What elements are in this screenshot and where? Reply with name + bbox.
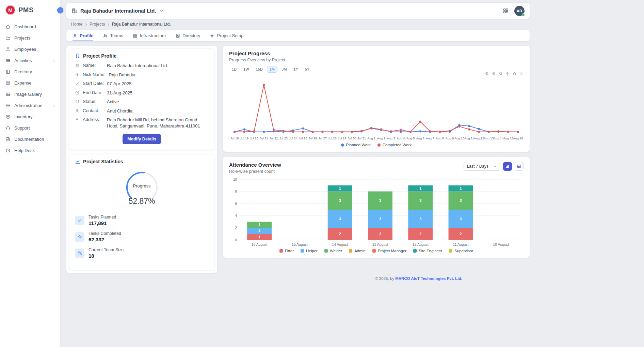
app-name: PMS (18, 6, 34, 14)
tab-profile[interactable]: Profile (73, 30, 93, 41)
legend-admin[interactable]: Admin (349, 249, 366, 253)
gauge-label: Progress (120, 183, 164, 188)
tab-infrastructure[interactable]: Infrastructure (133, 30, 166, 41)
svg-text:Jul 27: Jul 27 (318, 137, 327, 140)
range-select[interactable]: Last 7 Days (464, 162, 500, 171)
sidebar-item-employees[interactable]: Employees (0, 44, 60, 55)
menu-icon[interactable] (519, 72, 524, 76)
svg-text:Aug 10: Aug 10 (454, 137, 464, 140)
tab-teams[interactable]: Teams (103, 30, 123, 41)
sidebar-item-projects[interactable]: Projects (0, 32, 60, 44)
sidebar-item-label: Activities (14, 58, 32, 63)
bookmark-icon (75, 53, 80, 59)
range-5y[interactable]: 5Y (302, 66, 312, 73)
card-subtitle: Role-wise present count (229, 169, 281, 174)
range-1d[interactable]: 1D (229, 66, 239, 73)
help-circle-icon (5, 148, 11, 153)
range-1y[interactable]: 1Y (291, 66, 301, 73)
company-selector[interactable]: Raja Bahadur International Ltd. (71, 8, 164, 14)
svg-text:1: 1 (258, 229, 260, 233)
legend-helper[interactable]: Helper (301, 249, 318, 253)
sidebar-item-label: Inventory (14, 114, 32, 119)
legend-planned-work[interactable]: Planned Work (341, 143, 371, 147)
range-3m[interactable]: 3M (279, 66, 289, 73)
sidebar-collapse-button[interactable]: ‹ (57, 7, 63, 13)
breadcrumb-home[interactable]: Home (71, 22, 82, 27)
sidebar-item-documentation[interactable]: Documentation (0, 134, 60, 145)
legend-fitter[interactable]: Fitter (279, 249, 294, 253)
range-1w[interactable]: 1W (241, 66, 252, 73)
bar-chart-legend: FitterHelperWelderAdminProject ManagerSi… (229, 249, 524, 254)
zoom-in-icon[interactable] (485, 72, 489, 76)
card-subtitle: Progress Overview by Project (229, 58, 524, 62)
reset-axes-home-icon[interactable] (512, 72, 517, 76)
field-label: Contact: (83, 108, 104, 113)
svg-text:Aug 16: Aug 16 (513, 137, 523, 140)
svg-text:3: 3 (419, 217, 421, 221)
tab-bar: Profile Teams Infrastructure Directory P… (66, 30, 530, 41)
svg-text:Aug 3: Aug 3 (387, 137, 395, 140)
svg-text:2: 2 (419, 232, 421, 236)
sidebar-item-directory[interactable]: Directory (0, 66, 60, 77)
profile-field-name: Name: Raja Bahadur International Ltd. (75, 63, 209, 69)
sidebar-item-administration[interactable]: Administration › (0, 100, 60, 111)
chart-toolbar (485, 72, 524, 76)
sidebar-item-help-desk[interactable]: Help Desk (0, 145, 60, 156)
bar-chart-view-toggle[interactable] (503, 162, 512, 171)
svg-text:14 August: 14 August (332, 242, 348, 246)
tab-label: Directory (182, 33, 200, 38)
table-view-toggle[interactable] (515, 162, 524, 171)
modify-details-button[interactable]: Modify Details (123, 134, 161, 144)
sidebar-item-inventory[interactable]: Inventory (0, 111, 60, 122)
sidebar-item-activities[interactable]: Activities › (0, 55, 60, 66)
avatar-initials: AD (517, 9, 522, 13)
sidebar-item-expense[interactable]: Expense (0, 77, 60, 89)
svg-text:1: 1 (460, 186, 462, 191)
list-icon (5, 58, 11, 63)
legend-supervisor[interactable]: Supervisor (449, 249, 473, 253)
sidebar-item-label: Help Desk (14, 148, 35, 153)
tab-label: Profile (80, 33, 93, 38)
tab-project-setup[interactable]: Project Setup (210, 30, 243, 41)
attendance-chart[interactable]: 024681011116 August15 August233114 Augus… (229, 177, 524, 248)
zoom-out-icon[interactable] (492, 72, 496, 76)
sidebar-item-dashboard[interactable]: Dashboard (0, 21, 60, 32)
svg-text:10: 10 (233, 178, 237, 181)
legend-completed-work[interactable]: Completed Work (377, 143, 412, 147)
svg-text:1: 1 (258, 235, 260, 239)
grid-icon (133, 33, 138, 38)
sidebar-item-support[interactable]: Support (0, 122, 60, 134)
svg-text:Jul 28: Jul 28 (328, 137, 337, 140)
svg-text:3: 3 (460, 217, 462, 221)
table-icon (517, 164, 521, 169)
image-icon (5, 92, 11, 97)
apps-grid-icon[interactable] (503, 8, 509, 14)
legend-welder[interactable]: Welder (324, 249, 342, 253)
legend-site-engineer[interactable]: Site Engineer (413, 249, 442, 253)
card-title: Attendance Overview (229, 162, 281, 168)
field-value: Raja Bahadur Mill Rd, behind Sheraton Gr… (107, 117, 209, 129)
svg-text:1: 1 (258, 223, 260, 227)
range-15d[interactable]: 15D (253, 66, 265, 73)
footer-company-link[interactable]: MARCO AIoT Technologies Pvt. Ltd. (395, 276, 462, 281)
svg-text:1: 1 (419, 186, 421, 191)
box-zoom-icon[interactable] (499, 72, 503, 76)
project-progress-chart[interactable]: Jul 18Jul 19Jul 20Jul 21Jul 22Jul 23Jul … (229, 75, 524, 142)
legend-project-manager[interactable]: Project Manager (372, 249, 406, 253)
svg-text:Aug 8: Aug 8 (436, 137, 444, 140)
field-label: Start Date: (83, 81, 104, 86)
project-progress-card: Project Progress Progress Overview by Pr… (223, 46, 530, 152)
pan-icon[interactable] (505, 72, 510, 76)
sidebar-item-image-gallery[interactable]: Image Gallery (0, 89, 60, 100)
profile-field-start-date: Start Date: 07-Apr-2025 (75, 81, 209, 87)
range-1m[interactable]: 1M (267, 66, 277, 73)
tab-directory[interactable]: Directory (175, 30, 200, 41)
field-value: Anuj Chordia (107, 108, 132, 114)
users-icon (103, 33, 108, 38)
attendance-overview-card: Attendance Overview Role-wise present co… (223, 157, 530, 258)
stat-tasks-completed: Tasks Completed 62,332 (75, 231, 209, 242)
breadcrumb-projects[interactable]: Projects (90, 22, 105, 27)
user-avatar[interactable]: AD (514, 6, 525, 16)
svg-text:4: 4 (235, 214, 237, 217)
breadcrumb-current: Raja Bahadur International Ltd. (112, 22, 171, 27)
